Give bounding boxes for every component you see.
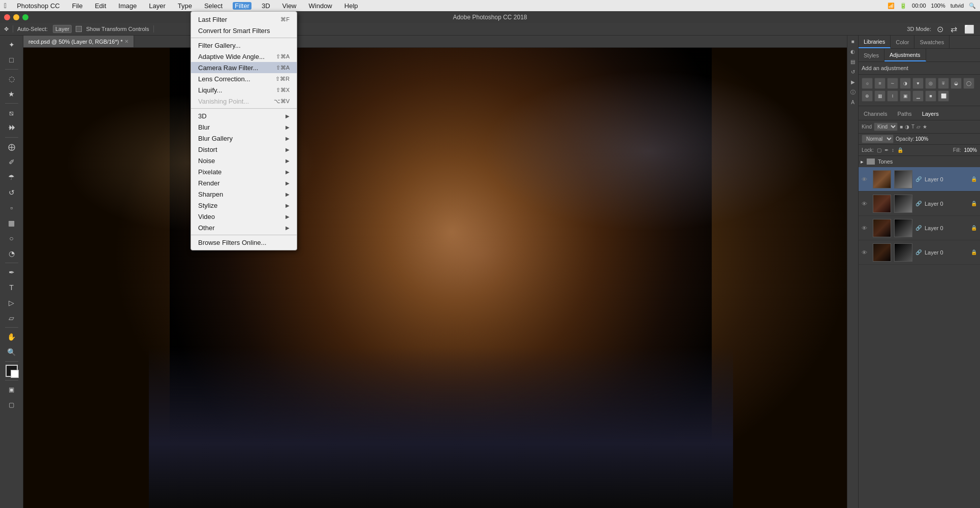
move-tool[interactable]: ✦ (5, 38, 19, 52)
threshold-adj[interactable]: ▁ (912, 90, 924, 102)
menu-type[interactable]: Type (176, 2, 194, 10)
quick-mask-mode[interactable]: ▣ (5, 383, 19, 397)
kind-icon-shape[interactable]: ▱ (916, 124, 921, 130)
vibrance-adj[interactable]: ♥ (912, 78, 924, 89)
color-balance-adj[interactable]: ∓ (938, 78, 949, 89)
tab-close-button[interactable]: ✕ (124, 39, 129, 44)
canvas-image[interactable] (23, 48, 858, 508)
type-tool[interactable]: T (5, 280, 19, 295)
foreground-color[interactable] (6, 365, 18, 377)
menu-file[interactable]: File (70, 2, 85, 10)
crop-tool[interactable]: ⧅ (5, 106, 19, 120)
document-tab[interactable]: recd.psd @ 50% (Layer 0, RGB/16*) * ✕ (23, 36, 134, 47)
menu-video-submenu[interactable]: Video ▶ (191, 211, 297, 222)
zoom-tool[interactable]: 🔍 (5, 345, 19, 359)
panel-toggle-actions[interactable]: ▶ (849, 78, 857, 86)
blend-mode-select[interactable]: Normal (862, 135, 894, 143)
3d-pan-icon[interactable]: ⇄ (951, 24, 957, 34)
pen-tool[interactable]: ✒ (5, 265, 19, 279)
brush-tool[interactable]: ✐ (5, 155, 19, 169)
menu-blur-submenu[interactable]: Blur ▶ (191, 121, 297, 133)
black-white-adj[interactable]: ◒ (951, 78, 962, 89)
apple-logo[interactable]:  (4, 2, 7, 10)
3d-orbit-icon[interactable]: ⊙ (937, 24, 943, 34)
panel-toggle-char[interactable]: A (849, 99, 857, 107)
marquee-tool[interactable]: □ (5, 53, 19, 67)
shape-tool[interactable]: ▱ (5, 311, 19, 325)
transform-checkbox[interactable] (76, 26, 82, 32)
menu-pixelate-submenu[interactable]: Pixelate ▶ (191, 166, 297, 177)
minimize-button[interactable] (13, 14, 19, 20)
panel-toggle-libraries[interactable]: ■ (849, 38, 857, 46)
menu-view[interactable]: View (280, 2, 299, 10)
hand-tool[interactable]: ✋ (5, 330, 19, 344)
menu-edit[interactable]: Edit (93, 2, 108, 10)
levels-adj[interactable]: ≡ (874, 78, 886, 89)
tab-channels[interactable]: Channels (859, 107, 892, 120)
lock-pixels-icon[interactable]: ✒ (884, 147, 889, 153)
close-button[interactable] (4, 14, 10, 20)
invert-adj[interactable]: I (887, 90, 898, 102)
layer-visibility-2[interactable]: 👁 (862, 225, 870, 231)
layer-visibility-0[interactable]: 👁 (862, 176, 870, 182)
menu-filter-gallery[interactable]: Filter Gallery... (191, 40, 297, 51)
menu-last-filter[interactable]: Last Filter ⌘F (191, 14, 297, 25)
tab-layers[interactable]: Layers (917, 107, 944, 120)
menu-noise-submenu[interactable]: Noise ▶ (191, 155, 297, 166)
3d-zoom-icon[interactable]: ⬜ (964, 24, 974, 34)
curves-adj[interactable]: ∼ (887, 78, 898, 89)
lock-all-icon[interactable]: 🔒 (897, 147, 903, 153)
menu-liquify[interactable]: Liquify... ⇧⌘X (191, 84, 297, 96)
menu-3d-submenu[interactable]: 3D ▶ (191, 110, 297, 121)
panel-toggle-history[interactable]: ↺ (849, 68, 857, 76)
menu-blur-gallery-submenu[interactable]: Blur Gallery ▶ (191, 133, 297, 144)
menu-distort-submenu[interactable]: Distort ▶ (191, 144, 297, 155)
gradient-tool[interactable]: ▦ (5, 216, 19, 230)
layer-visibility-3[interactable]: 👁 (862, 249, 870, 256)
brightness-contrast-adj[interactable]: ☼ (862, 78, 873, 89)
menu-help[interactable]: Help (342, 2, 360, 10)
layer-row-0[interactable]: 👁 🔗 Layer 0 🔒 (859, 167, 980, 192)
lock-transparent-icon[interactable]: ▢ (877, 147, 881, 153)
menu-sharpen-submenu[interactable]: Sharpen ▶ (191, 188, 297, 200)
menu-3d[interactable]: 3D (260, 2, 272, 10)
hue-sat-adj[interactable]: ◎ (925, 78, 936, 89)
photo-filter-adj[interactable]: ◯ (963, 78, 974, 89)
tab-libraries[interactable]: Libraries (859, 36, 891, 48)
maximize-button[interactable] (22, 14, 28, 20)
menu-filter[interactable]: Filter (233, 2, 251, 10)
gradient-map-adj[interactable]: ■ (925, 90, 936, 102)
layer-visibility-1[interactable]: 👁 (862, 201, 870, 207)
tab-styles[interactable]: Styles (859, 49, 884, 61)
tab-paths[interactable]: Paths (892, 107, 916, 120)
kind-icon-type[interactable]: T (911, 124, 914, 130)
layer-row-1[interactable]: 👁 🔗 Layer 0 🔒 (859, 192, 980, 216)
menu-convert-smart[interactable]: Convert for Smart Filters (191, 25, 297, 36)
menu-vanishing-point[interactable]: Vanishing Point... ⌥⌘V (191, 96, 297, 107)
kind-icon-pixel[interactable]: ■ (900, 124, 903, 130)
healing-brush-tool[interactable]: ⨁ (5, 140, 19, 154)
menu-camera-raw[interactable]: Camera Raw Filter... ⇧⌘A (191, 62, 297, 73)
blur-tool[interactable]: ○ (5, 231, 19, 245)
menu-adaptive-wide[interactable]: Adaptive Wide Angle... ⇧⌘A (191, 51, 297, 62)
eraser-tool[interactable]: ▫ (5, 201, 19, 215)
channel-mixer-adj[interactable]: ⊕ (862, 90, 873, 102)
layer-row-3[interactable]: 👁 🔗 Layer 0 🔒 (859, 240, 980, 265)
posterize-adj[interactable]: ▣ (900, 90, 911, 102)
kind-filter-select[interactable]: Kind (874, 122, 898, 131)
tab-swatches[interactable]: Swatches (914, 36, 950, 48)
layer-type-select[interactable]: Layer (53, 25, 72, 33)
kind-icon-smart[interactable]: ★ (923, 124, 927, 130)
layer-row-2[interactable]: 👁 🔗 Layer 0 🔒 (859, 216, 980, 240)
menu-browse-filters[interactable]: Browse Filters Online... (191, 237, 297, 248)
lasso-tool[interactable]: ◌ (5, 72, 19, 86)
dodge-tool[interactable]: ◔ (5, 246, 19, 261)
kind-icon-adjust[interactable]: ◑ (905, 124, 909, 130)
eyedropper-tool[interactable]: ⯮ (5, 121, 19, 135)
menu-render-submenu[interactable]: Render ▶ (191, 177, 297, 188)
panel-toggle-info[interactable]: ⓘ (849, 88, 857, 97)
selective-color-adj[interactable]: ⬜ (938, 90, 949, 102)
menu-other-submenu[interactable]: Other ▶ (191, 222, 297, 233)
layer-group-tones[interactable]: ▸ Tones (859, 156, 980, 167)
panel-toggle-layers[interactable]: ▤ (849, 58, 857, 66)
